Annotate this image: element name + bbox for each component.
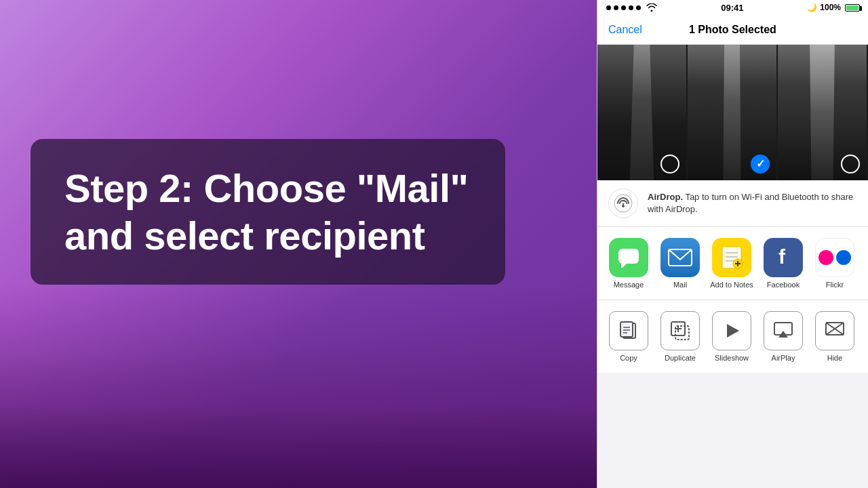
facebook-label: Facebook — [767, 281, 800, 289]
svg-marker-4 — [621, 264, 627, 268]
mail-icon — [660, 238, 700, 277]
status-right: 🌙 100% — [807, 3, 860, 12]
copy-svg-icon — [619, 321, 638, 341]
instruction-box: Step 2: Choose "Mail" and select recipie… — [31, 139, 505, 285]
airdrop-title: AirDrop. — [648, 192, 683, 202]
instruction-text: Step 2: Choose "Mail" and select recipie… — [64, 166, 469, 258]
copy-label: Copy — [620, 354, 637, 362]
photo-strip: ✓ — [597, 45, 868, 180]
hide-svg-icon — [825, 321, 845, 340]
selection-circle-2[interactable]: ✓ — [751, 155, 770, 174]
duplicate-label: Duplicate — [665, 354, 696, 362]
hide-icon — [815, 311, 854, 350]
hide-label: Hide — [827, 354, 843, 362]
facebook-f-icon: f — [772, 246, 795, 269]
airdrop-svg-icon — [614, 194, 633, 213]
app-item-message[interactable]: Message — [603, 238, 654, 289]
cancel-button[interactable]: Cancel — [608, 24, 642, 36]
airdrop-description: AirDrop. Tap to turn on Wi-Fi and Blueto… — [648, 191, 857, 216]
facebook-icon: f — [764, 238, 803, 277]
action-row: Copy Duplicate Slideshow — [597, 300, 868, 373]
slideshow-icon — [712, 311, 751, 350]
battery-icon — [845, 4, 860, 12]
notes-paper-icon — [720, 246, 743, 269]
flickr-dots — [818, 250, 851, 265]
action-item-slideshow[interactable]: Slideshow — [706, 311, 757, 362]
svg-rect-3 — [618, 249, 639, 264]
duplicate-icon — [660, 311, 700, 350]
app-item-mail[interactable]: Mail — [654, 238, 706, 289]
signal-dot-3 — [621, 5, 626, 10]
flickr-icon — [815, 238, 854, 277]
svg-rect-15 — [620, 322, 633, 337]
photo-thumb-3[interactable] — [778, 45, 868, 180]
app-item-flickr[interactable]: Flickr — [809, 238, 861, 289]
svg-point-1 — [622, 205, 625, 207]
copy-icon — [609, 311, 648, 350]
airplay-icon — [764, 311, 803, 350]
app-item-notes[interactable]: Add to Notes — [706, 238, 757, 289]
action-item-copy[interactable]: Copy — [603, 311, 654, 362]
mail-label: Mail — [673, 281, 687, 289]
airplay-label: AirPlay — [772, 354, 795, 362]
status-signal — [606, 3, 657, 12]
moon-icon: 🌙 — [807, 3, 817, 12]
battery-percent: 100% — [820, 3, 841, 12]
duplicate-svg-icon — [670, 321, 690, 341]
notes-icon — [712, 238, 751, 277]
slideshow-svg-icon — [722, 321, 742, 341]
notes-label: Add to Notes — [710, 281, 753, 289]
selection-circle-3[interactable] — [841, 155, 860, 174]
flickr-pink-dot — [818, 250, 833, 265]
signal-dot-1 — [606, 5, 611, 10]
svg-text:f: f — [778, 246, 786, 268]
status-time: 09:41 — [721, 3, 743, 13]
action-item-duplicate[interactable]: Duplicate — [654, 311, 706, 362]
flickr-blue-dot — [836, 250, 851, 265]
svg-marker-23 — [727, 324, 739, 338]
photo-thumb-2[interactable]: ✓ — [688, 45, 778, 180]
nav-bar: Cancel 1 Photo Selected — [597, 15, 868, 45]
wifi-icon — [646, 3, 657, 12]
share-apps-row: Message Mail — [597, 227, 868, 300]
photo-thumb-1[interactable] — [597, 45, 688, 180]
battery-fill — [846, 5, 859, 10]
slideshow-label: Slideshow — [715, 354, 749, 362]
message-bubble-icon — [617, 247, 640, 268]
background-panel: Step 2: Choose "Mail" and select recipie… — [0, 0, 597, 488]
mail-envelope-icon — [668, 249, 692, 266]
app-item-facebook[interactable]: f Facebook — [757, 238, 809, 289]
checkmark-icon: ✓ — [756, 159, 765, 169]
message-icon — [609, 238, 648, 277]
airdrop-section[interactable]: AirDrop. Tap to turn on Wi-Fi and Blueto… — [597, 180, 868, 227]
selection-circle-1[interactable] — [660, 155, 679, 174]
signal-dot-5 — [636, 5, 641, 10]
signal-dot-4 — [629, 5, 633, 10]
flickr-label: Flickr — [826, 281, 844, 289]
status-bar: 09:41 🌙 100% — [597, 0, 868, 15]
signal-dot-2 — [614, 5, 618, 10]
action-item-hide[interactable]: Hide — [809, 311, 861, 362]
nav-title: 1 Photo Selected — [689, 24, 776, 36]
action-item-airplay[interactable]: AirPlay — [757, 311, 809, 362]
tree-silhouette — [0, 352, 597, 488]
ios-panel: 09:41 🌙 100% Cancel 1 Photo Selected — [597, 0, 868, 488]
airdrop-icon — [608, 188, 638, 218]
airplay-svg-icon — [773, 321, 793, 340]
message-label: Message — [614, 281, 644, 289]
